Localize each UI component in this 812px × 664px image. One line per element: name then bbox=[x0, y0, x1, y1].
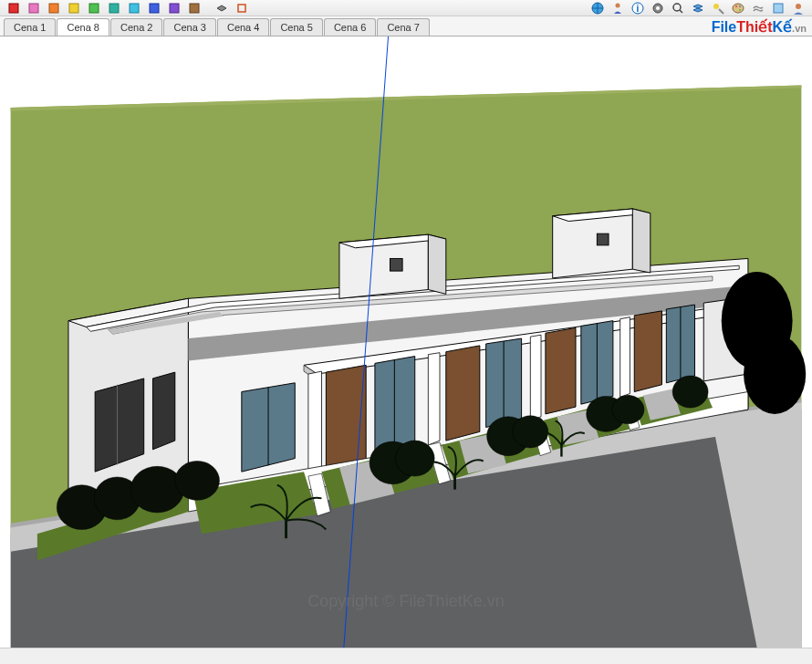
tool-paint-green[interactable] bbox=[85, 1, 103, 16]
svg-point-16 bbox=[656, 6, 660, 10]
scene-tab-2[interactable]: Cena 2 bbox=[110, 18, 162, 36]
svg-rect-8 bbox=[170, 4, 179, 13]
person-icon[interactable] bbox=[609, 1, 627, 16]
svg-point-22 bbox=[739, 5, 741, 7]
svg-point-12 bbox=[616, 3, 620, 7]
svg-marker-60 bbox=[446, 346, 480, 441]
svg-point-25 bbox=[796, 4, 801, 9]
svg-marker-53 bbox=[308, 371, 322, 476]
svg-rect-3 bbox=[69, 4, 78, 13]
svg-rect-24 bbox=[774, 4, 783, 13]
svg-rect-5 bbox=[109, 4, 119, 13]
scene-tab-6[interactable]: Cena 6 bbox=[324, 18, 376, 36]
logo-vn: .vn bbox=[792, 23, 807, 34]
globe-icon[interactable] bbox=[588, 1, 607, 16]
user-icon[interactable] bbox=[789, 1, 807, 16]
svg-marker-63 bbox=[530, 335, 541, 420]
model-render bbox=[0, 36, 812, 648]
svg-marker-68 bbox=[634, 311, 661, 392]
svg-point-96 bbox=[612, 395, 644, 423]
scene-tab-4[interactable]: Cena 4 bbox=[217, 18, 269, 36]
svg-marker-42 bbox=[428, 234, 445, 294]
status-bar bbox=[0, 648, 812, 664]
logo-thiet: Thiết bbox=[736, 19, 772, 35]
svg-marker-46 bbox=[632, 209, 650, 273]
svg-marker-67 bbox=[620, 317, 630, 398]
tool-paint-brown[interactable] bbox=[185, 1, 203, 16]
svg-rect-10 bbox=[238, 5, 245, 12]
svg-line-18 bbox=[680, 10, 682, 13]
svg-rect-0 bbox=[9, 4, 18, 13]
tool-paint-purple[interactable] bbox=[165, 1, 183, 16]
tool-paint-orange[interactable] bbox=[45, 1, 63, 16]
tool-paint-cyan[interactable] bbox=[125, 1, 143, 16]
svg-rect-1 bbox=[29, 4, 38, 13]
svg-point-90 bbox=[175, 461, 220, 500]
style-icon[interactable] bbox=[769, 1, 787, 16]
svg-point-20 bbox=[733, 4, 744, 13]
svg-point-21 bbox=[735, 5, 737, 7]
svg-point-92 bbox=[395, 441, 434, 476]
svg-point-23 bbox=[739, 9, 741, 11]
svg-marker-59 bbox=[428, 353, 440, 445]
scene-tab-5[interactable]: Cena 5 bbox=[270, 18, 322, 36]
layers-icon[interactable] bbox=[689, 1, 707, 16]
tool-paint-pink[interactable] bbox=[25, 1, 43, 16]
svg-rect-43 bbox=[390, 258, 402, 271]
tool-paint-teal[interactable] bbox=[105, 1, 123, 16]
svg-rect-103 bbox=[753, 357, 760, 401]
svg-rect-2 bbox=[49, 4, 58, 13]
gear-icon[interactable] bbox=[649, 1, 667, 16]
logo-ke: Kế bbox=[773, 19, 793, 35]
app-window: i Cena 1 Cena 8 Cena 2 Cena 3 Cena 4 Cen… bbox=[0, 0, 812, 664]
svg-point-17 bbox=[673, 4, 681, 11]
logo-file: File bbox=[712, 19, 737, 35]
svg-point-94 bbox=[513, 416, 548, 448]
svg-point-89 bbox=[130, 466, 183, 513]
svg-point-97 bbox=[672, 376, 708, 408]
svg-marker-49 bbox=[152, 372, 174, 450]
section-tool-icon[interactable] bbox=[233, 1, 251, 16]
svg-rect-6 bbox=[130, 4, 139, 13]
palette-icon[interactable] bbox=[729, 1, 747, 16]
fog-icon[interactable] bbox=[749, 1, 767, 16]
svg-point-19 bbox=[713, 4, 719, 9]
scene-tab-8[interactable]: Cena 8 bbox=[57, 18, 109, 36]
main-toolbar: i bbox=[0, 0, 812, 16]
scene-tab-1[interactable]: Cena 1 bbox=[4, 18, 56, 36]
scene-tab-bar: Cena 1 Cena 8 Cena 2 Cena 3 Cena 4 Cena … bbox=[0, 16, 812, 36]
svg-rect-4 bbox=[89, 4, 99, 13]
shadow-icon[interactable] bbox=[709, 1, 727, 16]
3d-viewport[interactable]: Copyright © FileThietKe.vn bbox=[0, 36, 812, 648]
tool-paint-blue[interactable] bbox=[145, 1, 163, 16]
svg-rect-7 bbox=[150, 4, 159, 13]
tool-paint-yellow[interactable] bbox=[65, 1, 83, 16]
tool-paint-red[interactable] bbox=[5, 1, 23, 16]
scene-tab-3[interactable]: Cena 3 bbox=[163, 18, 215, 36]
scene-tab-7[interactable]: Cena 7 bbox=[377, 18, 429, 36]
svg-rect-9 bbox=[190, 4, 199, 13]
info-icon[interactable]: i bbox=[629, 1, 647, 16]
watermark-logo: FileThiếtKế.vn bbox=[712, 18, 807, 36]
svg-rect-47 bbox=[597, 233, 609, 245]
search-icon[interactable] bbox=[669, 1, 687, 16]
layer-tool-icon[interactable] bbox=[213, 1, 231, 16]
svg-marker-64 bbox=[546, 327, 576, 413]
svg-text:i: i bbox=[637, 4, 640, 14]
